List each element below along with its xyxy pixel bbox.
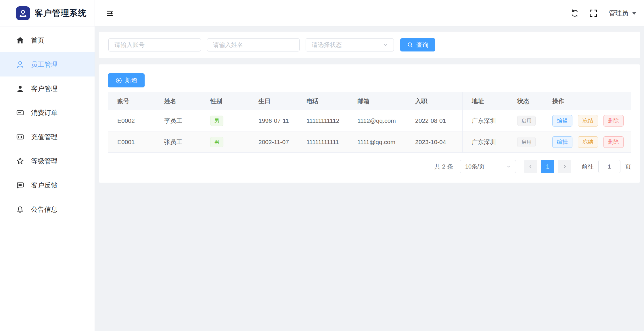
delete-button[interactable]: 删除 bbox=[603, 136, 624, 148]
column-header-actions: 操作 bbox=[543, 92, 631, 110]
app-title: 客户管理系统 bbox=[35, 7, 87, 19]
sidebar-item-label: 客户反馈 bbox=[31, 181, 57, 190]
page-number-button[interactable]: 1 bbox=[541, 160, 554, 173]
cell-phone: 11111111111 bbox=[297, 131, 348, 153]
user-outline-icon bbox=[16, 60, 24, 68]
search-icon bbox=[407, 42, 413, 48]
chevron-right-icon bbox=[562, 164, 567, 169]
search-panel: 请选择状态 查询 bbox=[99, 32, 640, 58]
search-button-label: 查询 bbox=[416, 41, 428, 49]
admin-dropdown[interactable]: 管理员 bbox=[609, 9, 637, 18]
cell-account: E0001 bbox=[108, 131, 155, 153]
table-header-row: 账号 姓名 性别 生日 电话 邮箱 入职 地址 状态 操作 bbox=[108, 92, 631, 110]
column-header-gender: 性别 bbox=[201, 92, 249, 110]
page-size-select[interactable]: 10条/页 bbox=[460, 160, 516, 173]
pagination-total: 共 2 条 bbox=[434, 162, 453, 171]
refresh-icon[interactable] bbox=[568, 7, 581, 20]
star-icon bbox=[16, 157, 24, 165]
add-button-label: 新增 bbox=[125, 76, 137, 85]
cell-address: 广东深圳 bbox=[463, 110, 508, 131]
column-header-birthday: 生日 bbox=[249, 92, 297, 110]
sidebar-item-label: 客户管理 bbox=[31, 84, 57, 93]
column-header-name: 姓名 bbox=[155, 92, 201, 110]
goto-page-suffix: 页 bbox=[625, 162, 631, 171]
cell-hire: 2022-08-01 bbox=[406, 110, 463, 131]
sidebar-item-feedback[interactable]: 客户反馈 bbox=[0, 173, 95, 197]
sidebar-item-home[interactable]: 首页 bbox=[0, 28, 95, 52]
goto-label: 前往 bbox=[582, 162, 594, 171]
status-select[interactable]: 请选择状态 bbox=[306, 38, 394, 51]
cell-gender: 男 bbox=[201, 131, 249, 153]
page-size-value: 10条/页 bbox=[465, 163, 485, 171]
prev-page-button[interactable] bbox=[524, 160, 537, 173]
table-row: E0001 张员工 男 2002-11-07 11111111111 1111@… bbox=[108, 131, 631, 153]
fullscreen-icon[interactable] bbox=[587, 7, 599, 19]
sidebar-item-announcements[interactable]: 公告信息 bbox=[0, 197, 95, 221]
cell-hire: 2023-10-04 bbox=[406, 131, 463, 153]
employee-table: 账号 姓名 性别 生日 电话 邮箱 入职 地址 状态 操作 E0002 bbox=[108, 92, 631, 153]
circle-plus-icon bbox=[115, 77, 122, 84]
cell-email: 1112@qq.com bbox=[348, 110, 406, 131]
content-area: 请选择状态 查询 新增 bbox=[95, 26, 644, 331]
app-logo: 客户管理系统 bbox=[0, 0, 95, 26]
sidebar-item-orders[interactable]: 消费订单 bbox=[0, 101, 95, 125]
gender-tag: 男 bbox=[210, 116, 223, 126]
sidebar-item-label: 员工管理 bbox=[31, 60, 57, 69]
column-header-address: 地址 bbox=[463, 92, 508, 110]
freeze-button[interactable]: 冻结 bbox=[578, 115, 598, 127]
cell-actions: 编辑 冻结 删除 bbox=[543, 110, 631, 131]
cell-address: 广东深圳 bbox=[463, 131, 508, 153]
goto-page-input[interactable] bbox=[598, 160, 620, 173]
freeze-button[interactable]: 冻结 bbox=[578, 136, 598, 148]
name-input[interactable] bbox=[207, 38, 300, 51]
menu-fold-icon[interactable] bbox=[104, 7, 116, 19]
sidebar: 客户管理系统 首页 员工管理 bbox=[0, 0, 95, 331]
chevron-left-icon bbox=[528, 164, 533, 169]
bell-icon bbox=[16, 205, 24, 213]
sidebar-item-recharge[interactable]: 充值管理 bbox=[0, 125, 95, 149]
search-button[interactable]: 查询 bbox=[400, 38, 435, 51]
sidebar-item-employees[interactable]: 员工管理 bbox=[0, 52, 95, 76]
bank-card-icon bbox=[16, 133, 24, 141]
sidebar-item-label: 首页 bbox=[31, 36, 44, 45]
edit-button[interactable]: 编辑 bbox=[552, 115, 572, 127]
cell-birthday: 1996-07-11 bbox=[249, 110, 297, 131]
cell-name: 张员工 bbox=[155, 131, 201, 153]
sidebar-item-customers[interactable]: 客户管理 bbox=[0, 76, 95, 101]
cell-birthday: 2002-11-07 bbox=[249, 131, 297, 153]
sidebar-item-label: 等级管理 bbox=[31, 157, 57, 166]
goto-page: 前往 页 bbox=[582, 160, 631, 173]
caret-down-icon bbox=[632, 12, 637, 15]
user-filled-icon bbox=[16, 85, 24, 93]
status-select-placeholder: 请选择状态 bbox=[312, 41, 342, 49]
status-tag: 启用 bbox=[517, 116, 536, 126]
delete-button[interactable]: 删除 bbox=[603, 115, 624, 127]
topbar: 管理员 bbox=[95, 0, 644, 26]
chevron-down-icon bbox=[506, 164, 511, 169]
cell-account: E0002 bbox=[108, 110, 155, 131]
edit-button[interactable]: 编辑 bbox=[552, 136, 572, 148]
order-icon bbox=[16, 109, 24, 117]
cell-status: 启用 bbox=[508, 131, 543, 153]
sidebar-item-label: 公告信息 bbox=[31, 205, 57, 214]
next-page-button[interactable] bbox=[558, 160, 571, 173]
column-header-phone: 电话 bbox=[297, 92, 348, 110]
user-badge-icon bbox=[16, 6, 30, 20]
pagination: 共 2 条 10条/页 1 bbox=[108, 160, 631, 173]
cell-email: 1111@qq.com bbox=[348, 131, 406, 153]
sidebar-item-levels[interactable]: 等级管理 bbox=[0, 149, 95, 173]
column-header-account: 账号 bbox=[108, 92, 155, 110]
cell-actions: 编辑 冻结 删除 bbox=[543, 131, 631, 153]
column-header-hire: 入职 bbox=[406, 92, 463, 110]
feedback-icon bbox=[16, 181, 24, 189]
sidebar-menu: 首页 员工管理 客户管理 bbox=[0, 26, 95, 221]
sidebar-item-label: 消费订单 bbox=[31, 108, 57, 117]
cell-gender: 男 bbox=[201, 110, 249, 131]
main-area: 管理员 请选择状态 查询 bbox=[95, 0, 644, 331]
cell-name: 李员工 bbox=[155, 110, 201, 131]
status-tag: 启用 bbox=[517, 137, 536, 147]
add-button[interactable]: 新增 bbox=[108, 73, 145, 87]
account-input[interactable] bbox=[108, 38, 201, 51]
sidebar-item-label: 充值管理 bbox=[31, 133, 57, 141]
cell-phone: 11111111112 bbox=[297, 110, 348, 131]
